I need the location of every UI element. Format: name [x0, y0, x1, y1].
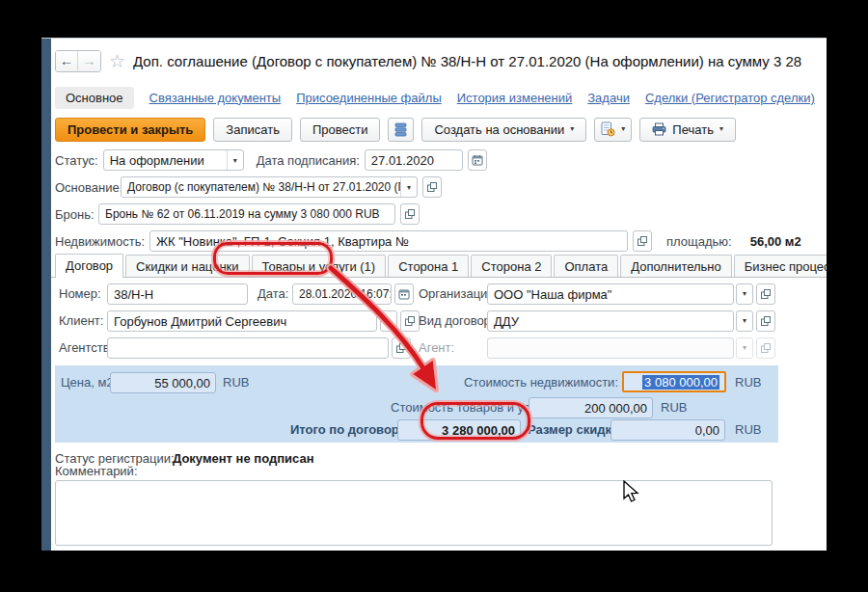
desktop: { "icons": { "back": "←", "forward": "→"…: [0, 0, 868, 592]
reservation-input[interactable]: Бронь № 62 от 06.11.2019 на сумму 3 080 …: [98, 203, 395, 225]
chevron-down-icon: ▾: [743, 344, 746, 352]
form-row-client: Клиент: Горбунов Дмитрий Сергеевич ▾ Вид…: [51, 310, 827, 332]
client-dropdown-button[interactable]: ▾: [380, 310, 397, 332]
tab-discounts[interactable]: Скидки и наценки: [125, 255, 249, 277]
forward-button[interactable]: →: [78, 51, 100, 71]
nav-item-attached-files[interactable]: Присоединенные файлы: [296, 91, 442, 105]
nav-item-deals[interactable]: Сделки (Регистратор сделки): [645, 91, 815, 105]
comment-input[interactable]: [55, 480, 773, 546]
tab-bar: Договор Скидки и наценки Товары и услуги…: [51, 255, 827, 278]
signing-date-input[interactable]: 27.01.2020: [365, 149, 463, 171]
organization-label: Организация:: [419, 283, 498, 305]
discount-input[interactable]: 0,00: [610, 419, 725, 441]
area-value: 56,00 м2: [750, 234, 801, 249]
goods-cost-label: Стоимость товаров и услуг:: [391, 397, 524, 418]
open-link-icon: [404, 208, 416, 220]
printer-icon: [652, 122, 666, 136]
back-button[interactable]: ←: [56, 51, 78, 71]
form-row-agency: Агентство: Агент: ▾: [51, 337, 827, 359]
agent-open-button[interactable]: [756, 337, 775, 359]
property-cost-input[interactable]: 3 080 000,00: [622, 371, 726, 392]
tab-goods-services[interactable]: Товары и услуги (1): [252, 255, 387, 277]
client-open-button[interactable]: [400, 310, 420, 332]
open-link-icon: [637, 235, 648, 247]
open-link-icon: [760, 342, 772, 354]
nav-item-main[interactable]: Основное: [55, 87, 134, 109]
tab-payment[interactable]: Оплата: [554, 255, 618, 277]
agency-open-button[interactable]: [392, 337, 411, 359]
basis-label: Основание:: [55, 180, 116, 195]
contract-type-input[interactable]: ДДУ: [487, 310, 734, 332]
show-movements-button[interactable]: [388, 118, 414, 142]
window-content: ← → ☆ Доп. соглашение (Договор с покупат…: [51, 39, 827, 551]
date-label: Дата:: [258, 283, 288, 305]
registration-status-row: Статус регистрации: Документ не подписан: [51, 448, 827, 470]
nav-item-change-history[interactable]: История изменений: [457, 91, 573, 105]
chevron-down-icon[interactable]: ▾: [227, 150, 243, 170]
contract-total-input[interactable]: 3 280 000,00: [397, 419, 521, 441]
print-button[interactable]: Печать ▾: [639, 118, 736, 142]
organization-input[interactable]: ООО "Наша фирма": [487, 283, 734, 305]
reminder-button[interactable]: ▾: [594, 118, 632, 142]
signing-date-label: Дата подписания:: [257, 153, 360, 168]
agent-dropdown-button[interactable]: ▾: [736, 337, 753, 359]
basis-value: Договор (с покупателем) № 38/Н-Н от 27.0…: [122, 177, 400, 197]
create-based-on-label: Создать на основании: [434, 122, 564, 137]
reservation-open-button[interactable]: [400, 203, 420, 225]
property-cost-currency: RUB: [735, 372, 761, 393]
open-link-icon: [760, 288, 772, 300]
client-input[interactable]: Горбунов Дмитрий Сергеевич: [107, 310, 377, 332]
link-bar: Основное Связанные документы Присоединен…: [51, 86, 827, 109]
agent-input[interactable]: [487, 337, 734, 359]
open-link-icon: [760, 315, 772, 327]
totals-panel: Цена, м2: 55 000,00 RUB Стоимость недвиж…: [55, 365, 778, 443]
favorite-star-icon[interactable]: ☆: [109, 52, 125, 70]
property-input[interactable]: ЖК "Новинка", ГП-1, Секция 1, Квартира №: [149, 230, 628, 252]
goods-cost-input[interactable]: 200 000,00: [529, 397, 653, 418]
basis-open-button[interactable]: [422, 176, 442, 198]
agent-label: Агент:: [419, 337, 454, 359]
calendar-icon: [472, 154, 483, 166]
tab-party1[interactable]: Сторона 1: [388, 255, 469, 277]
status-select[interactable]: На оформлении ▾: [103, 149, 244, 171]
page-title: Доп. соглашение (Договор с покупателем) …: [133, 53, 827, 69]
register-records-icon: [394, 122, 407, 137]
agency-input[interactable]: [107, 337, 389, 359]
number-input[interactable]: 38/Н-Н: [107, 283, 248, 305]
property-label: Недвижимость:: [55, 234, 145, 249]
document-clock-icon: [601, 121, 615, 137]
nav-item-related-documents[interactable]: Связанные документы: [149, 91, 282, 105]
property-cost-label: Стоимость недвижимости:: [412, 372, 618, 393]
open-link-icon: [395, 342, 407, 354]
chevron-down-icon[interactable]: ▾: [400, 177, 417, 197]
post-and-close-button[interactable]: Провести и закрыть: [55, 118, 205, 142]
reservation-label: Бронь:: [55, 207, 94, 222]
contract-type-dropdown-button[interactable]: ▾: [736, 310, 753, 332]
organization-open-button[interactable]: [756, 283, 775, 305]
create-based-on-button[interactable]: Создать на основании ▾: [421, 118, 586, 142]
goods-cost-currency: RUB: [661, 397, 687, 418]
save-button[interactable]: Записать: [213, 118, 292, 142]
comment-label: Комментарий:: [55, 464, 138, 478]
reservation-row: Бронь: Бронь № 62 от 06.11.2019 на сумму…: [51, 202, 827, 226]
property-open-button[interactable]: [633, 230, 652, 252]
status-value: На оформлении: [104, 150, 227, 170]
registration-status-value: Документ не подписан: [173, 448, 314, 470]
tab-contract[interactable]: Договор: [55, 254, 123, 278]
post-button[interactable]: Провести: [300, 118, 381, 142]
tab-business-process[interactable]: Бизнес процесс: [734, 255, 827, 277]
tab-party2[interactable]: Сторона 2: [471, 255, 552, 277]
basis-select[interactable]: Договор (с покупателем) № 38/Н-Н от 27.0…: [121, 176, 418, 198]
price-per-m2-input[interactable]: 55 000,00: [110, 372, 216, 393]
nav-item-tasks[interactable]: Задачи: [587, 91, 630, 105]
discount-currency: RUB: [735, 419, 761, 441]
contract-total-label: Итого по договору:: [280, 419, 410, 441]
open-link-icon: [404, 315, 416, 327]
organization-dropdown-button[interactable]: ▾: [736, 283, 753, 305]
date-input[interactable]: 28.01.2020 16:07:08: [292, 283, 392, 305]
contract-type-open-button[interactable]: [756, 310, 775, 332]
signing-date-calendar-button[interactable]: [468, 149, 487, 171]
discount-label: Размер скидки:: [528, 419, 623, 441]
tab-additional[interactable]: Дополнительно: [620, 255, 732, 277]
date-calendar-button[interactable]: [394, 283, 414, 305]
